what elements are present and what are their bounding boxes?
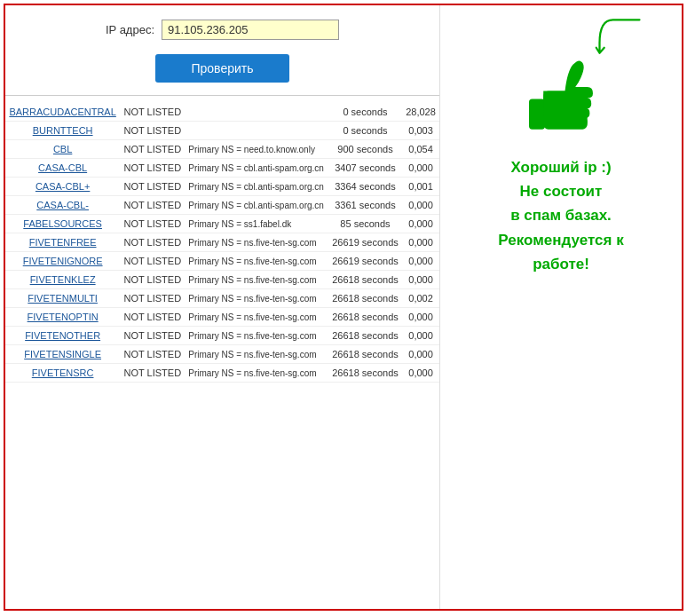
row-info-cell: Primary NS = cbl.anti-spam.org.cn (185, 196, 328, 215)
row-score-cell: 0,000 (402, 252, 439, 271)
blacklist-link[interactable]: FIVETENFREE (29, 237, 97, 248)
row-time-cell: 900 seconds (328, 140, 402, 159)
row-info-cell: Primary NS = ns.five-ten-sg.com (185, 252, 328, 271)
row-name-cell[interactable]: BURNTTECH (5, 122, 120, 140)
ip-row: IP адрес: (5, 14, 439, 45)
row-name-cell[interactable]: FABELSOURCES (5, 215, 120, 233)
table-row: FIVETENIGNORENOT LISTEDPrimary NS = ns.f… (5, 252, 439, 271)
good-text-line1: Хороший ip :) (498, 155, 623, 179)
row-info-cell: Primary NS = ns.five-ten-sg.com (185, 327, 328, 345)
blacklist-link[interactable]: FIVETENMULTI (28, 293, 98, 304)
table-row: FIVETENKLEZNOT LISTEDPrimary NS = ns.fiv… (5, 271, 439, 289)
row-info-cell (185, 122, 328, 140)
row-name-cell[interactable]: BARRACUDACENTRAL (5, 103, 120, 122)
row-time-cell: 0 seconds (328, 103, 402, 122)
row-name-cell[interactable]: CASA-CBL+ (5, 178, 120, 196)
blacklist-link[interactable]: FIVETENIGNORE (23, 256, 103, 266)
row-name-cell[interactable]: FIVETENOTHER (5, 327, 120, 345)
row-time-cell: 85 seconds (328, 215, 402, 233)
row-status-cell: NOT LISTED (120, 233, 185, 252)
row-time-cell: 26618 seconds (328, 271, 402, 289)
row-info-cell: Primary NS = ns.five-ten-sg.com (185, 308, 328, 327)
blacklist-link[interactable]: FIVETENKLEZ (30, 274, 96, 285)
check-button[interactable]: Проверить (155, 54, 288, 83)
row-status-cell: NOT LISTED (120, 140, 185, 159)
row-time-cell: 26618 seconds (328, 327, 402, 345)
row-time-cell: 3407 seconds (328, 159, 402, 178)
ip-label: IP адрес: (106, 23, 154, 36)
good-text: Хороший ip :) Не состоит в спам базах. Р… (498, 155, 623, 276)
arrow-icon (593, 14, 646, 59)
table-row: FIVETENSINGLENOT LISTEDPrimary NS = ns.f… (5, 345, 439, 364)
blacklist-link[interactable]: BARRACUDACENTRAL (9, 107, 115, 117)
table-row: FIVETENOTHERNOT LISTEDPrimary NS = ns.fi… (5, 327, 439, 345)
row-score-cell: 0,003 (402, 122, 439, 140)
row-info-cell: Primary NS = ns.five-ten-sg.com (185, 345, 328, 364)
blacklist-link[interactable]: CASA-CBL (38, 162, 87, 173)
table-row: FIVETENFREENOT LISTEDPrimary NS = ns.fiv… (5, 233, 439, 252)
row-score-cell: 0,000 (402, 159, 439, 178)
row-name-cell[interactable]: FIVETENOPTIN (5, 308, 120, 327)
table-row: CASA-CBL+NOT LISTEDPrimary NS = cbl.anti… (5, 178, 439, 196)
row-score-cell: 0,000 (402, 215, 439, 233)
table-row: FIVETENOPTINNOT LISTEDPrimary NS = ns.fi… (5, 308, 439, 327)
row-name-cell[interactable]: FIVETENMULTI (5, 289, 120, 308)
row-info-cell: Primary NS = need.to.know.only (185, 140, 328, 159)
row-time-cell: 26618 seconds (328, 308, 402, 327)
row-time-cell: 26619 seconds (328, 233, 402, 252)
blacklist-link[interactable]: FIVETENSINGLE (24, 349, 101, 359)
table-row: BARRACUDACENTRALNOT LISTED0 seconds28,02… (5, 103, 439, 122)
blacklist-link[interactable]: FIVETENOTHER (25, 330, 100, 341)
row-status-cell: NOT LISTED (120, 103, 185, 122)
thumbs-up-icon (521, 55, 601, 146)
row-name-cell[interactable]: FIVETENSRC (5, 364, 120, 383)
ip-input[interactable] (162, 20, 339, 40)
good-text-line4: Рекомендуется к (498, 228, 623, 252)
row-status-cell: NOT LISTED (120, 122, 185, 140)
row-name-cell[interactable]: CASA-CBL- (5, 196, 120, 215)
row-time-cell: 26618 seconds (328, 345, 402, 364)
good-text-line3: в спам базах. (498, 203, 623, 227)
svg-rect-0 (529, 99, 545, 130)
row-score-cell: 0,000 (402, 364, 439, 383)
row-status-cell: NOT LISTED (120, 308, 185, 327)
blacklist-link[interactable]: FIVETENOPTIN (28, 312, 99, 322)
row-time-cell: 0 seconds (328, 122, 402, 140)
blacklist-link[interactable]: CASA-CBL- (36, 200, 89, 210)
row-info-cell: Primary NS = cbl.anti-spam.org.cn (185, 178, 328, 196)
row-score-cell: 0,000 (402, 327, 439, 345)
table-row: FIVETENSRCNOT LISTEDPrimary NS = ns.five… (5, 364, 439, 383)
good-text-line2: Не состоит (498, 179, 623, 203)
row-info-cell (185, 103, 328, 122)
row-info-cell: Primary NS = ns.five-ten-sg.com (185, 289, 328, 308)
row-name-cell[interactable]: FIVETENSINGLE (5, 345, 120, 364)
row-name-cell[interactable]: CBL (5, 140, 120, 159)
row-status-cell: NOT LISTED (120, 364, 185, 383)
row-info-cell: Primary NS = ns.five-ten-sg.com (185, 271, 328, 289)
row-name-cell[interactable]: FIVETENFREE (5, 233, 120, 252)
row-status-cell: NOT LISTED (120, 252, 185, 271)
row-time-cell: 26618 seconds (328, 364, 402, 383)
blacklist-link[interactable]: CASA-CBL+ (36, 181, 90, 192)
blacklist-link[interactable]: BURNTTECH (33, 125, 93, 136)
blacklist-link[interactable]: FABELSOURCES (23, 218, 102, 229)
row-status-cell: NOT LISTED (120, 327, 185, 345)
table-row: CASA-CBL-NOT LISTEDPrimary NS = cbl.anti… (5, 196, 439, 215)
row-name-cell[interactable]: FIVETENIGNORE (5, 252, 120, 271)
row-status-cell: NOT LISTED (120, 215, 185, 233)
row-score-cell: 0,000 (402, 196, 439, 215)
blacklist-link[interactable]: CBL (53, 144, 72, 154)
row-status-cell: NOT LISTED (120, 271, 185, 289)
row-name-cell[interactable]: FIVETENKLEZ (5, 271, 120, 289)
row-name-cell[interactable]: CASA-CBL (5, 159, 120, 178)
arrow-area (449, 14, 673, 59)
row-time-cell: 26619 seconds (328, 252, 402, 271)
blacklist-link[interactable]: FIVETENSRC (32, 367, 94, 378)
row-score-cell: 0,002 (402, 289, 439, 308)
row-status-cell: NOT LISTED (120, 178, 185, 196)
right-panel: Хороший ip :) Не состоит в спам базах. Р… (440, 5, 682, 609)
divider (5, 95, 439, 96)
table-row: FIVETENMULTINOT LISTEDPrimary NS = ns.fi… (5, 289, 439, 308)
row-status-cell: NOT LISTED (120, 289, 185, 308)
row-score-cell: 0,000 (402, 271, 439, 289)
